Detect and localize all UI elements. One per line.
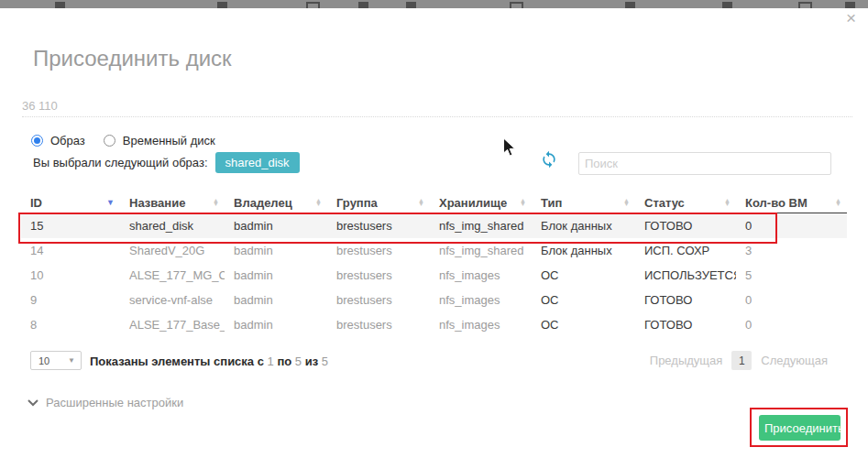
- cell-storage: nfs_img_shared: [430, 244, 532, 257]
- list-info-from: 1: [268, 354, 274, 368]
- toolbar-icon-fragment: [625, 2, 635, 8]
- column-header-status[interactable]: Статус ▲▼: [635, 196, 736, 210]
- selected-image-label: Вы выбрали следующий образ:: [33, 156, 208, 169]
- cell-vm-count: 5: [736, 268, 847, 282]
- list-info-prefix: Показаны элементы списка с: [90, 354, 264, 368]
- table-row[interactable]: 8 ALSE_177_Base_nfs badmin brestusers nf…: [21, 312, 847, 337]
- radio-option-image[interactable]: Образ: [31, 134, 85, 147]
- sort-icons[interactable]: ▲▼: [213, 199, 219, 206]
- dialog-title: Присоединить диск: [33, 46, 232, 71]
- column-header-label: Кол-во ВМ: [745, 196, 808, 210]
- toolbar-icon-fragment: [845, 2, 855, 8]
- disk-source-options: Образ Временный диск: [31, 134, 215, 147]
- radio-unchecked-icon[interactable]: [104, 135, 115, 147]
- list-info-to: 5: [295, 354, 302, 368]
- toolbar-icon-fragment: [55, 2, 65, 8]
- column-header-owner[interactable]: Владелец ▲▼: [225, 196, 327, 210]
- table-row[interactable]: 14 SharedV_20G badmin brestusers nfs_img…: [21, 238, 847, 263]
- list-info-of-word: из: [305, 354, 318, 368]
- pagination: Предыдущая 1 Следующая: [650, 351, 828, 370]
- list-info-total: 5: [322, 354, 328, 368]
- cell-id: 9: [21, 293, 120, 307]
- close-icon[interactable]: ×: [846, 10, 856, 27]
- radio-image-label: Образ: [50, 134, 85, 147]
- cell-vm-count: 0: [736, 219, 847, 233]
- cell-status: ИСПОЛЬЗУЕТСЯ: [635, 268, 736, 282]
- attach-button[interactable]: Присоединить: [759, 415, 841, 441]
- radio-checked-icon[interactable]: [31, 135, 43, 147]
- column-header-group[interactable]: Группа ▲▼: [327, 196, 430, 210]
- sort-icons[interactable]: ▲▼: [418, 199, 424, 206]
- cell-vm-count: 3: [736, 244, 847, 257]
- sort-desc-icon[interactable]: ▼: [106, 199, 115, 207]
- cell-name: shared_disk: [120, 219, 225, 233]
- sort-icons[interactable]: ▲▼: [520, 199, 526, 206]
- selected-image-badge: shared_disk: [215, 152, 300, 173]
- cell-name: service-vnf-alse: [120, 293, 225, 307]
- cell-storage: nfs_images: [430, 293, 532, 307]
- toolbar-icon-fragment: [510, 2, 523, 8]
- cell-status: ИСП. СОХР: [635, 244, 736, 257]
- toolbar-icon-fragment: [306, 2, 320, 8]
- column-header-type[interactable]: Тип ▲▼: [532, 196, 635, 210]
- column-header-label: ID: [30, 196, 42, 210]
- images-table: ID ▼ Название ▲▼ Владелец ▲▼ Группа ▲▼ Х…: [21, 192, 847, 337]
- toolbar-icon-fragment: [406, 2, 416, 8]
- cursor-icon: [502, 137, 517, 161]
- table-row[interactable]: 9 service-vnf-alse badmin brestusers nfs…: [21, 288, 847, 312]
- column-header-label: Владелец: [234, 196, 292, 210]
- cell-type: ОС: [532, 268, 635, 282]
- cell-id: 15: [21, 219, 120, 233]
- current-page-button[interactable]: 1: [731, 351, 752, 370]
- list-info-text: Показаны элементы списка с 1 по 5 из 5: [90, 354, 328, 368]
- cell-owner: badmin: [225, 219, 327, 233]
- column-header-label: Статус: [644, 196, 685, 210]
- page-size-select[interactable]: 10 ▼: [30, 351, 82, 370]
- next-page-button[interactable]: Следующая: [761, 354, 828, 367]
- cell-type: Блок данных: [532, 219, 635, 233]
- sort-icons[interactable]: ▲▼: [835, 199, 841, 206]
- cell-type: ОС: [532, 293, 635, 307]
- sort-icons[interactable]: ▲▼: [724, 199, 731, 206]
- sort-icons[interactable]: ▲▼: [315, 199, 322, 206]
- toolbar-icon-fragment: [722, 2, 732, 8]
- cell-group: brestusers: [327, 318, 430, 332]
- refresh-button[interactable]: [540, 150, 558, 169]
- cell-owner: badmin: [225, 268, 327, 282]
- table-header-row: ID ▼ Название ▲▼ Владелец ▲▼ Группа ▲▼ Х…: [21, 192, 847, 213]
- radio-option-temp-disk[interactable]: Временный диск: [104, 134, 215, 147]
- column-header-label: Тип: [541, 196, 562, 210]
- cell-name: SharedV_20G: [120, 244, 225, 257]
- cell-group: brestusers: [327, 219, 430, 233]
- toolbar-icon-fragment: [358, 2, 368, 8]
- column-header-vm-count[interactable]: Кол-во ВМ ▲▼: [736, 196, 847, 210]
- disk-name-input[interactable]: [22, 94, 852, 117]
- sort-icons[interactable]: ▲▼: [623, 199, 630, 206]
- cell-storage: nfs_images: [430, 268, 532, 282]
- column-header-name[interactable]: Название ▲▼: [120, 196, 225, 210]
- search-input[interactable]: [578, 152, 831, 175]
- cell-type: Блок данных: [532, 244, 635, 257]
- table-row[interactable]: 15 shared_disk badmin brestusers nfs_img…: [21, 213, 847, 238]
- cell-status: ГОТОВО: [635, 293, 736, 307]
- cell-name: ALSE_177_Base_nfs: [120, 318, 225, 332]
- selected-image-line: Вы выбрали следующий образ: shared_disk: [33, 152, 300, 173]
- cell-type: ОС: [532, 318, 635, 332]
- previous-page-button[interactable]: Предыдущая: [650, 354, 723, 367]
- cell-vm-count: 0: [736, 293, 847, 307]
- chevron-down-icon: ▼: [68, 356, 81, 365]
- cell-status: ГОТОВО: [635, 318, 736, 332]
- column-header-label: Группа: [336, 196, 378, 210]
- toolbar-icon-fragment: [798, 2, 812, 8]
- table-row[interactable]: 10 ALSE_177_MG_Co... badmin brestusers n…: [21, 263, 847, 288]
- chevron-down-icon: [27, 399, 38, 407]
- advanced-settings-toggle[interactable]: Расширенные настройки: [27, 396, 183, 409]
- cell-vm-count: 0: [736, 318, 847, 332]
- column-header-id[interactable]: ID ▼: [21, 196, 120, 210]
- cell-group: brestusers: [327, 268, 430, 282]
- page-size-value: 10: [31, 355, 68, 366]
- cell-id: 14: [21, 244, 120, 257]
- column-header-storage[interactable]: Хранилище ▲▼: [430, 196, 532, 210]
- cell-id: 10: [21, 268, 120, 282]
- radio-temp-disk-label: Временный диск: [123, 134, 215, 147]
